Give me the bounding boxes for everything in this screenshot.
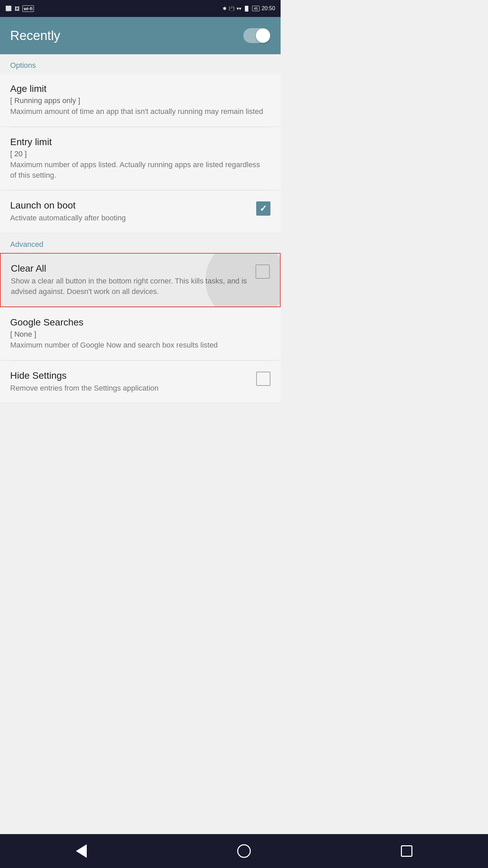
google-searches-desc: Maximum number of Google Now and search … xyxy=(10,340,264,351)
launch-on-boot-title: Launch on boot xyxy=(10,200,249,211)
age-limit-title: Age limit xyxy=(10,83,264,94)
clear-all-item[interactable]: Clear All Show a clear all button in the… xyxy=(0,253,281,307)
google-searches-item[interactable]: Google Searches [ None ] Maximum number … xyxy=(0,308,281,360)
entry-limit-text: Entry limit [ 20 ] Maximum number of app… xyxy=(10,137,270,181)
settings-content: Options Age limit [ Running apps only ] … xyxy=(0,54,281,403)
launch-on-boot-text: Launch on boot Activate automatically af… xyxy=(10,200,256,223)
status-bar: ⬜ 🖼 wi-fi ✱ 📳 ▾▾ ▐▌ 46 20:50 xyxy=(0,0,281,17)
toggle-knob xyxy=(256,28,270,43)
battery-icon: 46 xyxy=(252,6,260,11)
clear-all-title: Clear All xyxy=(11,263,249,274)
clear-all-desc: Show a clear all button in the bottom ri… xyxy=(11,276,249,297)
signal-icon: ▐▌ xyxy=(243,6,250,11)
entry-limit-title: Entry limit xyxy=(10,137,264,147)
status-bar-left: ⬜ 🖼 wi-fi xyxy=(5,5,34,12)
hide-settings-checkbox[interactable] xyxy=(256,372,270,386)
options-section-header: Options xyxy=(0,54,281,74)
time-display: 20:50 xyxy=(262,5,275,12)
launch-on-boot-item[interactable]: Launch on boot Activate automatically af… xyxy=(0,191,281,233)
launch-on-boot-desc: Activate automatically after booting xyxy=(10,213,249,223)
vibrate-icon: 📳 xyxy=(229,6,235,11)
main-toggle[interactable] xyxy=(243,28,270,43)
entry-limit-value: [ 20 ] xyxy=(10,150,264,158)
cast-icon: ⬜ xyxy=(5,5,12,12)
advanced-section-header: Advanced xyxy=(0,233,281,253)
google-searches-title: Google Searches xyxy=(10,317,264,328)
google-searches-text: Google Searches [ None ] Maximum number … xyxy=(10,317,270,351)
hide-settings-desc: Remove entries from the Settings applica… xyxy=(10,383,249,394)
clear-all-checkbox[interactable] xyxy=(256,264,270,279)
image-icon: 🖼 xyxy=(15,6,20,12)
clear-all-text: Clear All Show a clear all button in the… xyxy=(11,263,256,297)
age-limit-text: Age limit [ Running apps only ] Maximum … xyxy=(10,83,270,117)
wifi-icon: ▾▾ xyxy=(237,6,241,11)
launch-on-boot-checkbox[interactable] xyxy=(256,201,270,216)
app-title: Recently xyxy=(10,28,60,43)
hide-settings-title: Hide Settings xyxy=(10,370,249,381)
hide-settings-item[interactable]: Hide Settings Remove entries from the Se… xyxy=(0,361,281,403)
bluetooth-icon: ✱ xyxy=(223,6,227,11)
age-limit-value: [ Running apps only ] xyxy=(10,96,264,105)
age-limit-item[interactable]: Age limit [ Running apps only ] Maximum … xyxy=(0,74,281,127)
hide-settings-text: Hide Settings Remove entries from the Se… xyxy=(10,370,256,394)
wifi-calling-icon: wi-fi xyxy=(22,5,34,12)
entry-limit-desc: Maximum number of apps listed. Actually … xyxy=(10,160,264,181)
status-bar-right: ✱ 📳 ▾▾ ▐▌ 46 20:50 xyxy=(223,5,275,12)
app-header: Recently xyxy=(0,17,281,54)
google-searches-value: [ None ] xyxy=(10,330,264,339)
age-limit-desc: Maximum amount of time an app that isn't… xyxy=(10,106,264,117)
entry-limit-item[interactable]: Entry limit [ 20 ] Maximum number of app… xyxy=(0,127,281,191)
